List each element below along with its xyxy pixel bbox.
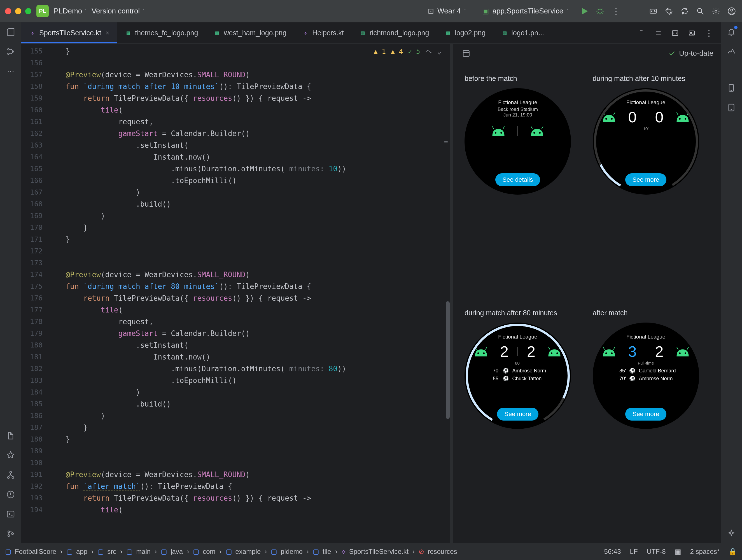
breadcrumb[interactable]: ▢ src xyxy=(97,548,116,556)
version-control-tool-icon[interactable] xyxy=(5,469,16,480)
code-line[interactable]: 183 .toEpochMilli() xyxy=(21,375,450,387)
code-line[interactable]: 177 tile( xyxy=(21,304,450,316)
build-tool-icon[interactable] xyxy=(5,430,16,441)
search-icon[interactable] xyxy=(695,6,705,16)
warning-count[interactable]: ▲ 4 xyxy=(391,48,403,55)
watch-face[interactable]: Fictional League0010'See more xyxy=(593,88,699,195)
debug-button[interactable] xyxy=(595,6,605,16)
run-config-selector[interactable]: ▣app.SportsTileServiceˇ xyxy=(477,5,574,17)
code-line[interactable]: 158 fun `during match after 10 minutes`(… xyxy=(21,81,450,92)
more-actions-icon[interactable]: ⋮ xyxy=(611,6,621,16)
code-line[interactable]: 170 } xyxy=(21,222,450,234)
line-number[interactable]: 163 xyxy=(21,140,48,151)
notifications-tool-icon[interactable] xyxy=(726,26,737,38)
sync-icon[interactable] xyxy=(679,6,690,16)
breadcrumb[interactable]: ▢ example xyxy=(226,548,261,556)
inspections-widget[interactable]: ▲ 1 ▲ 4 ✓ 5 ヘ ⌄ xyxy=(374,47,441,56)
line-number[interactable]: 185 xyxy=(21,398,48,410)
code-line[interactable]: 192 fun `after match`(): TilePreviewData… xyxy=(21,480,450,492)
more-tabs-icon[interactable]: ⋮ xyxy=(703,28,714,38)
ai-assistant-tool-icon[interactable] xyxy=(726,528,737,539)
editor-tab[interactable]: ▨themes_fc_logo.png xyxy=(117,22,206,43)
code-line[interactable]: 190 xyxy=(21,457,450,469)
preview-settings-icon[interactable] xyxy=(461,48,472,59)
watch-face[interactable]: Fictional LeagueBack road StadiumJun 21,… xyxy=(465,88,571,195)
vcs-menu[interactable]: Version controlˇ xyxy=(92,7,144,15)
error-count[interactable]: ▲ 1 xyxy=(374,48,385,55)
code-line[interactable]: 171 } xyxy=(21,234,450,245)
line-number[interactable]: 165 xyxy=(21,163,48,175)
line-number[interactable]: 177 xyxy=(21,304,48,316)
breadcrumb[interactable]: ▢ app xyxy=(66,548,87,556)
line-number[interactable]: 191 xyxy=(21,469,48,480)
code-line[interactable]: 191 @Preview(device = WearDevices.SMALL_… xyxy=(21,469,450,480)
device-manager-tool-icon[interactable] xyxy=(726,82,737,94)
code-line[interactable]: 169 ) xyxy=(21,210,450,222)
line-number[interactable]: 180 xyxy=(21,339,48,351)
breadcrumb[interactable]: ▢ tile xyxy=(313,548,331,556)
line-number[interactable]: 190 xyxy=(21,457,48,469)
breadcrumb[interactable]: ▢ FootballScore xyxy=(5,548,56,556)
editor-tab[interactable]: ⟡Helpers.kt xyxy=(294,22,352,43)
line-number[interactable]: 193 xyxy=(21,492,48,504)
line-number[interactable]: 160 xyxy=(21,104,48,116)
settings-icon[interactable] xyxy=(711,6,721,16)
line-number[interactable]: 181 xyxy=(21,351,48,363)
code-line[interactable]: 174 @Preview(device = WearDevices.SMALL_… xyxy=(21,269,450,281)
code-line[interactable]: 173 xyxy=(21,257,450,269)
line-number[interactable]: 184 xyxy=(21,387,48,398)
indent-settings[interactable]: 2 spaces* xyxy=(690,548,720,556)
file-encoding[interactable]: UTF-8 xyxy=(647,548,666,556)
code-line[interactable]: 187 } xyxy=(21,422,450,434)
preview-icon[interactable] xyxy=(687,28,697,38)
code-with-me-icon[interactable] xyxy=(648,6,658,16)
line-number[interactable]: 171 xyxy=(21,234,48,245)
close-tab-icon[interactable]: × xyxy=(106,30,109,37)
reader-mode-icon[interactable] xyxy=(670,28,680,38)
project-tool-icon[interactable] xyxy=(5,26,16,38)
code-line[interactable]: 172 xyxy=(21,245,450,257)
code-line[interactable]: 164 Instant.now() xyxy=(21,151,450,163)
line-number[interactable]: 194 xyxy=(21,504,48,516)
code-line[interactable]: 161 request, xyxy=(21,116,450,128)
breadcrumb[interactable]: ▢ pldemo xyxy=(271,548,303,556)
line-number[interactable]: 166 xyxy=(21,175,48,187)
code-line[interactable]: 167 ) xyxy=(21,187,450,198)
line-number[interactable]: 168 xyxy=(21,198,48,210)
layout-icon[interactable]: ▣ xyxy=(675,548,681,556)
code-line[interactable]: 194 tile( xyxy=(21,504,450,516)
project-badge[interactable]: PL xyxy=(37,5,49,17)
line-number[interactable]: 189 xyxy=(21,445,48,457)
line-number[interactable]: 162 xyxy=(21,128,48,140)
list-view-icon[interactable] xyxy=(653,28,664,38)
code-line[interactable]: 175 fun `during match after 80 minutes`(… xyxy=(21,281,450,292)
breadcrumb[interactable]: ▢ main xyxy=(126,548,151,556)
caret-position[interactable]: 56:43 xyxy=(604,548,621,556)
git-tool-icon[interactable] xyxy=(5,528,16,539)
prev-highlight-icon[interactable]: ヘ xyxy=(425,47,432,56)
watch-face[interactable]: Fictional League2280'70'⚽Ambrose Norm55'… xyxy=(465,322,571,429)
code-line[interactable]: 165 .minus(Duration.ofMinutes( minutes: … xyxy=(21,163,450,175)
more-tool-icon[interactable]: ⋯ xyxy=(5,65,16,77)
code-line[interactable]: 179 gameStart = Calendar.Builder() xyxy=(21,327,450,339)
line-number[interactable]: 167 xyxy=(21,187,48,198)
chevron-down-icon[interactable]: ˇ xyxy=(636,28,647,38)
window-controls[interactable] xyxy=(5,8,31,14)
code-line[interactable]: 163 .setInstant( xyxy=(21,140,450,151)
tile-action-button[interactable]: See more xyxy=(625,408,667,420)
editor-tab[interactable]: ▨richmond_logo.png xyxy=(352,22,437,43)
watch-face[interactable]: Fictional League32Full-time85'⚽Garfield … xyxy=(593,322,699,429)
code-line[interactable]: 156 xyxy=(21,57,450,69)
line-number[interactable]: 179 xyxy=(21,327,48,339)
line-number[interactable]: 174 xyxy=(21,269,48,281)
line-number[interactable]: 186 xyxy=(21,410,48,422)
scrollbar-thumb[interactable] xyxy=(446,301,450,419)
line-number[interactable]: 164 xyxy=(21,151,48,163)
weak-warning-count[interactable]: ✓ 5 xyxy=(408,48,420,55)
breadcrumb[interactable]: ▢ com xyxy=(193,548,215,556)
account-icon[interactable] xyxy=(726,6,737,16)
profiler-tool-icon[interactable] xyxy=(726,46,737,57)
device-selector[interactable]: ⊡Wear 4ˇ xyxy=(422,5,471,17)
breadcrumb[interactable]: ▢ java xyxy=(161,548,183,556)
code-line[interactable]: 189 xyxy=(21,445,450,457)
